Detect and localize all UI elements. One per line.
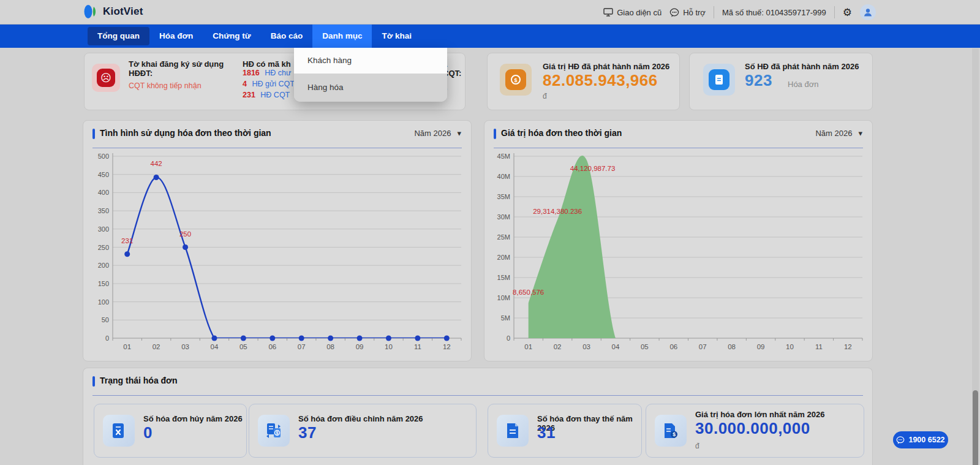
declaration-icon-tile: ☹ — [92, 64, 120, 92]
svg-text:04: 04 — [612, 343, 620, 350]
svg-text:08: 08 — [728, 343, 736, 350]
largest-invoice-card: $ Giá trị hóa đơn lớn nhất năm 2026 30.0… — [646, 404, 864, 458]
support-link[interactable]: Hỗ trợ — [669, 8, 706, 17]
value-period-label: Năm 2026 — [815, 129, 852, 138]
svg-text:250: 250 — [98, 244, 109, 251]
chart-header-divider — [494, 148, 863, 148]
cancelled-invoices-card: Số hóa đơn hủy năm 2026 0 — [94, 404, 247, 458]
nav-tab-bao-cao[interactable]: Báo cáo — [261, 25, 313, 48]
issued-count-icon-tile — [703, 64, 735, 96]
status-header-divider — [92, 395, 863, 396]
svg-text:450: 450 — [98, 171, 109, 178]
svg-text:$: $ — [276, 431, 279, 436]
coded-row-link[interactable]: HĐ gửi CQT — [252, 80, 294, 88]
coded-invoices-title: HĐ có mã kh — [243, 59, 291, 69]
monitor-icon — [603, 8, 613, 17]
scrollbar-thumb[interactable] — [973, 390, 978, 465]
document-icon — [714, 74, 724, 85]
coded-row-value: 231 — [243, 91, 255, 99]
svg-text:03: 03 — [582, 343, 590, 350]
avatar[interactable] — [860, 4, 876, 20]
gear-icon[interactable]: ⚙ — [843, 6, 852, 19]
nav-tabs: Tổng quan Hóa đơn Chứng từ Báo cáo Danh … — [88, 25, 980, 48]
value-chart-period-select[interactable]: Năm 2026 ▾ — [815, 129, 862, 138]
svg-text:01: 01 — [524, 343, 532, 350]
svg-text:29,314,380.236: 29,314,380.236 — [533, 208, 582, 215]
status-section: Trạng thái hóa đơn Số hóa đơn hủy năm 20… — [83, 368, 873, 465]
chat-bubble-icon — [896, 436, 905, 444]
largest-unit: đ — [695, 442, 699, 450]
scrollbar-track[interactable] — [972, 48, 979, 465]
topbar-divider — [714, 6, 714, 18]
svg-text:02: 02 — [153, 343, 160, 350]
usage-chart-canvas: 0501001502002503003504004505000102030405… — [89, 151, 466, 358]
issued-value-card: $ Giá trị HĐ đã phát hành năm 2026 82.08… — [487, 53, 680, 110]
old-ui-label: Giao diện cũ — [617, 8, 662, 17]
nav-tab-hoa-don[interactable]: Hóa đơn — [149, 25, 203, 48]
svg-text:$: $ — [514, 77, 517, 83]
danh-muc-dropdown: Khách hàng Hàng hóa — [294, 48, 447, 102]
issued-count-number: 923 — [745, 71, 772, 90]
nav-tab-danh-muc[interactable]: Danh mục — [312, 25, 372, 48]
coded-row: 4 HĐ gửi CQT — [243, 80, 295, 88]
old-ui-link[interactable]: Giao diện cũ — [603, 8, 662, 17]
svg-text:06: 06 — [669, 343, 677, 350]
dropdown-item-khach-hang[interactable]: Khách hàng — [294, 48, 447, 74]
doc-adjust-icon-tile: $ — [258, 415, 290, 447]
nav-tab-chung-tu[interactable]: Chứng từ — [203, 25, 260, 48]
coded-row-link[interactable]: HĐ chư — [265, 69, 291, 77]
svg-text:08: 08 — [326, 343, 334, 350]
value-chart-title: Giá trị hóa đơn theo thời gian — [501, 128, 622, 138]
coded-row-link[interactable]: HĐ CQT — [260, 91, 290, 99]
usage-chart-card: Tình hình sử dụng hóa đơn theo thời gian… — [83, 120, 472, 361]
svg-text:231: 231 — [121, 237, 133, 244]
svg-text:500: 500 — [98, 153, 109, 160]
svg-text:$: $ — [673, 431, 676, 437]
svg-text:10: 10 — [385, 343, 393, 350]
topbar: KiotViet Giao diện cũ Hỗ trợ Mã số thuế:… — [0, 0, 980, 25]
svg-text:12: 12 — [844, 343, 852, 350]
accent-bar — [92, 129, 95, 139]
hotline-chat-button[interactable]: 1900 6522 — [893, 431, 948, 448]
dropdown-item-hang-hoa[interactable]: Hàng hóa — [294, 74, 447, 102]
nav-tab-to-khai[interactable]: Tờ khai — [372, 25, 421, 48]
svg-text:12: 12 — [443, 343, 451, 350]
receipt-icon — [505, 422, 521, 439]
cancelled-title: Số hóa đơn hủy năm 2026 — [143, 414, 243, 423]
svg-text:0: 0 — [105, 335, 109, 342]
svg-text:11: 11 — [815, 343, 823, 350]
usage-chart-period-select[interactable]: Năm 2026 ▾ — [414, 129, 461, 138]
adjusted-value: 37 — [298, 423, 317, 442]
svg-text:400: 400 — [98, 189, 109, 196]
document-x-icon — [111, 422, 127, 439]
declaration-title: Tờ khai đăng ký sử dụng HĐĐT: — [129, 59, 239, 78]
largest-title: Giá trị hóa đơn lớn nhất năm 2026 — [695, 410, 824, 419]
svg-text:40M: 40M — [497, 173, 510, 180]
adjusted-title: Số hóa đơn điều chỉnh năm 2026 — [298, 414, 423, 423]
svg-text:350: 350 — [98, 207, 109, 214]
svg-text:06: 06 — [268, 343, 276, 350]
nav-tab-tong-quan[interactable]: Tổng quan — [88, 27, 149, 45]
svg-text:07: 07 — [298, 343, 306, 350]
svg-text:05: 05 — [641, 343, 649, 350]
issued-value-icon-tile: $ — [500, 64, 532, 96]
svg-text:8,650,576: 8,650,576 — [513, 289, 544, 296]
svg-text:20M: 20M — [497, 254, 510, 261]
tax-code-label: Mã số thuế: 0104359717-999 — [722, 8, 826, 17]
replaced-invoices-card: Số hóa đơn thay thế năm 2026 31 — [488, 404, 642, 458]
svg-text:01: 01 — [123, 343, 131, 350]
usage-chart-title: Tình hình sử dụng hóa đơn theo thời gian — [100, 128, 271, 138]
chevron-down-icon: ▾ — [457, 129, 461, 138]
coded-row-value: 4 — [243, 80, 247, 88]
issued-value-unit: đ — [543, 92, 547, 100]
issued-value-title: Giá trị HĐ đã phát hành năm 2026 — [543, 62, 669, 71]
coded-row-value: 1816 — [243, 69, 260, 77]
svg-text:10M: 10M — [497, 294, 510, 301]
svg-text:200: 200 — [98, 262, 109, 269]
svg-text:07: 07 — [699, 343, 707, 350]
svg-text:100: 100 — [98, 298, 109, 306]
brand-name: KiotViet — [103, 6, 143, 18]
declaration-status: CQT không tiếp nhận — [129, 81, 202, 90]
hotline-number: 1900 6522 — [908, 436, 944, 444]
svg-text:02: 02 — [554, 343, 562, 350]
